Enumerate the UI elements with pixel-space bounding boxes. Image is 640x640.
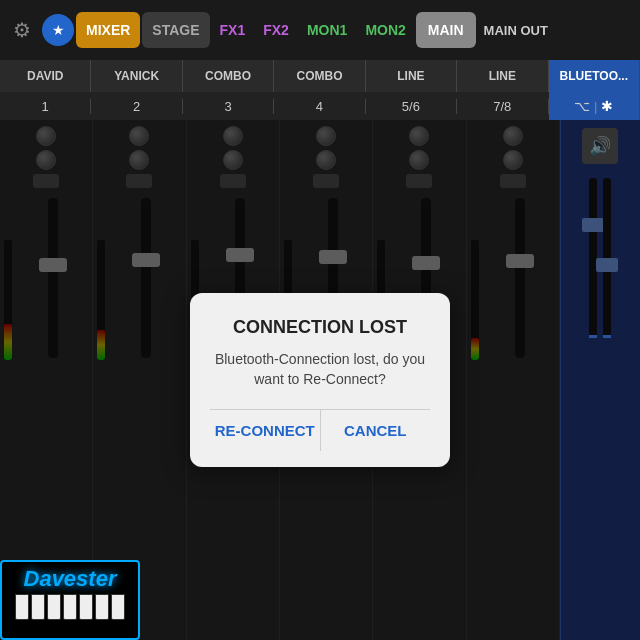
channel-num-2: 2 xyxy=(91,99,182,114)
channel-name-david: DAVID xyxy=(0,60,91,92)
piano-key-4 xyxy=(63,594,77,620)
piano-key-6 xyxy=(95,594,109,620)
piano-keys xyxy=(2,592,138,624)
channel-num-56: 5/6 xyxy=(366,99,457,114)
piano-key-3 xyxy=(47,594,61,620)
gear-icon[interactable]: ⚙ xyxy=(4,12,40,48)
main-button[interactable]: MAIN xyxy=(416,12,476,48)
davester-watermark: Davester xyxy=(0,560,140,640)
channel-num-78: 7/8 xyxy=(457,99,548,114)
channel-num-bluetooth: ⌥ | ✱ xyxy=(549,92,640,120)
top-navigation-bar: ⚙ ★ MIXER STAGE FX1 FX2 MON1 MON2 MAIN M… xyxy=(0,0,640,60)
mon2-button[interactable]: MON2 xyxy=(357,22,413,38)
channel-name-bluetooth: BLUETOO... xyxy=(549,60,640,92)
piano-key-2 xyxy=(31,594,45,620)
usb-icon: ⌥ xyxy=(574,98,590,114)
dialog-title: CONNECTION LOST xyxy=(210,317,430,338)
mixer-button[interactable]: MIXER xyxy=(76,12,140,48)
reconnect-button[interactable]: RE-CONNECT xyxy=(210,410,321,451)
dialog-message: Bluetooth-Connection lost, do you want t… xyxy=(210,350,430,389)
channel-name-line56: LINE xyxy=(366,60,457,92)
piano-key-7 xyxy=(111,594,125,620)
mainout-button[interactable]: MAIN OUT xyxy=(478,23,554,38)
watermark-title: Davester xyxy=(2,562,138,592)
cancel-button[interactable]: CANCEL xyxy=(321,410,431,451)
channel-number-row: 1 2 3 4 5/6 7/8 ⌥ | ✱ xyxy=(0,92,640,120)
mon1-button[interactable]: MON1 xyxy=(299,22,355,38)
fx2-button[interactable]: FX2 xyxy=(255,22,297,38)
fx1-button[interactable]: FX1 xyxy=(212,22,254,38)
dialog-buttons: RE-CONNECT CANCEL xyxy=(210,409,430,451)
connection-lost-dialog: CONNECTION LOST Bluetooth-Connection los… xyxy=(190,293,450,467)
stage-button[interactable]: STAGE xyxy=(142,12,209,48)
mixer-area: 🔊 CONNECTION LOST Bluetooth-Connection l… xyxy=(0,120,640,640)
channel-num-3: 3 xyxy=(183,99,274,114)
channel-name-line78: LINE xyxy=(457,60,548,92)
channel-header-row: DAVID YANICK COMBO COMBO LINE LINE BLUET… xyxy=(0,60,640,92)
piano-key-5 xyxy=(79,594,93,620)
channel-name-yanick: YANICK xyxy=(91,60,182,92)
bluetooth-small-icon: ✱ xyxy=(601,98,613,114)
channel-num-4: 4 xyxy=(274,99,365,114)
piano-key-1 xyxy=(15,594,29,620)
channel-name-combo4: COMBO xyxy=(274,60,365,92)
channel-name-combo3: COMBO xyxy=(183,60,274,92)
channel-num-1: 1 xyxy=(0,99,91,114)
bluetooth-icon[interactable]: ★ xyxy=(42,14,74,46)
